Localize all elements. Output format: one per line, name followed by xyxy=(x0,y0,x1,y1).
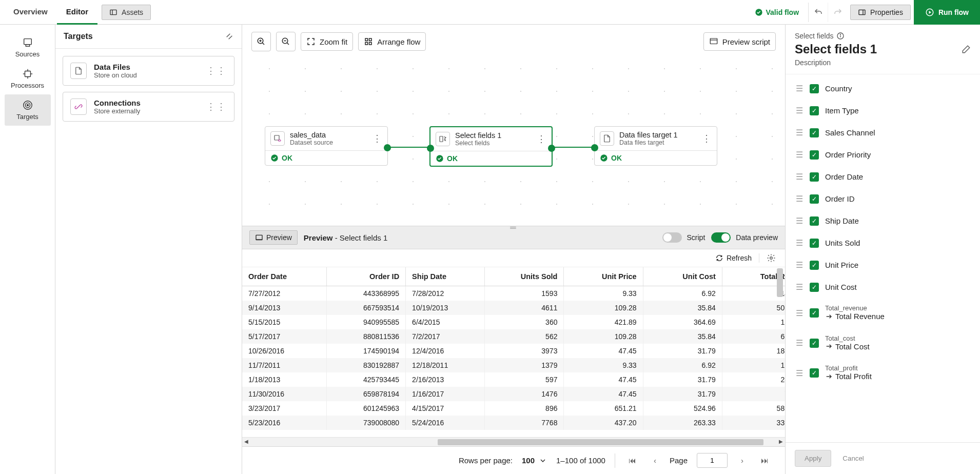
field-checkbox[interactable]: ✓ xyxy=(810,239,819,248)
drag-handle-icon[interactable]: ⋮⋮ xyxy=(206,101,227,112)
table-header[interactable]: Unit Price xyxy=(564,267,643,286)
drag-handle-icon[interactable]: ☰ xyxy=(796,238,803,248)
drag-handle-icon[interactable]: ☰ xyxy=(796,368,803,378)
preview-script-button[interactable]: Preview script xyxy=(703,32,776,51)
table-row[interactable]: 7/27/20124433689957/28/201215939.336.921… xyxy=(242,286,785,301)
settings-button[interactable] xyxy=(759,253,776,263)
drag-handle-icon[interactable]: ☰ xyxy=(796,282,803,292)
table-row[interactable]: 5/23/20167390080805/24/20167768437.20263… xyxy=(242,416,785,430)
drag-handle-icon[interactable]: ☰ xyxy=(796,106,803,115)
horizontal-scrollbar[interactable]: ◀▶ xyxy=(242,437,785,446)
table-header[interactable]: Total Revenue xyxy=(722,267,785,286)
field-row[interactable]: ☰✓Units Sold xyxy=(794,234,972,252)
node-menu-button[interactable]: ⋮ xyxy=(702,133,712,144)
zoom-in-button[interactable] xyxy=(251,32,271,51)
target-card-connections[interactable]: Connections Store externally ⋮⋮ xyxy=(63,92,234,122)
field-row[interactable]: ☰✓Ship Date xyxy=(794,212,972,230)
tab-overview[interactable]: Overview xyxy=(4,0,57,25)
field-checkbox[interactable]: ✓ xyxy=(810,194,819,204)
flow-canvas[interactable]: sales_data Dataset source ⋮ OK Select fi… xyxy=(251,57,776,226)
page-number-input[interactable] xyxy=(697,453,728,468)
tab-editor[interactable]: Editor xyxy=(57,0,97,25)
node-input-port[interactable] xyxy=(427,145,434,152)
field-row[interactable]: ☰✓Order Date xyxy=(794,168,972,186)
collapse-panel-button[interactable] xyxy=(225,32,233,41)
table-header[interactable]: Order ID xyxy=(326,267,405,286)
node-output-port[interactable] xyxy=(548,145,555,152)
data-preview-toggle[interactable] xyxy=(711,232,731,243)
table-row[interactable]: 5/17/20178808115367/2/2017562109.2835.84… xyxy=(242,329,785,344)
field-row[interactable]: ☰✓Order Priority xyxy=(794,146,972,164)
field-checkbox[interactable]: ✓ xyxy=(810,339,819,348)
table-header[interactable]: Ship Date xyxy=(406,267,485,286)
table-row[interactable]: 11/7/201183019288712/18/201113799.336.92… xyxy=(242,358,785,372)
flow-node-select-fields[interactable]: Select fields 1 Select fields ⋮ OK xyxy=(429,126,553,167)
table-row[interactable]: 5/15/20159409955856/4/2015360421.89364.6… xyxy=(242,315,785,329)
drag-handle-icon[interactable]: ☰ xyxy=(796,128,803,137)
rows-per-page-select[interactable]: 100 xyxy=(522,456,547,465)
field-checkbox[interactable]: ✓ xyxy=(810,128,819,137)
arrange-flow-button[interactable]: Arrange flow xyxy=(358,32,426,51)
table-row[interactable]: 9/14/201366759351410/19/20134611109.2835… xyxy=(242,301,785,315)
field-row[interactable]: ☰✓Total_profit Total Profit xyxy=(794,360,972,386)
apply-button[interactable]: Apply xyxy=(795,450,831,467)
drag-handle-icon[interactable]: ☰ xyxy=(796,216,803,226)
field-row[interactable]: ☰✓Unit Cost xyxy=(794,278,972,296)
drag-handle-icon[interactable]: ☰ xyxy=(796,84,803,93)
nav-sources[interactable]: Sources xyxy=(5,32,51,63)
table-header[interactable]: Unit Cost xyxy=(643,267,722,286)
flow-node-data-files-target[interactable]: Data files target 1 Data files target ⋮ … xyxy=(594,126,717,166)
field-row[interactable]: ☰✓Total_revenue Total Revenue xyxy=(794,300,972,326)
run-flow-button[interactable]: Run flow xyxy=(914,0,980,25)
nav-processors[interactable]: Processors xyxy=(5,63,51,94)
flow-node-sales-data[interactable]: sales_data Dataset source ⋮ OK xyxy=(265,126,388,166)
field-checkbox[interactable]: ✓ xyxy=(810,261,819,270)
drag-handle-icon[interactable]: ☰ xyxy=(796,150,803,160)
cancel-button[interactable]: Cancel xyxy=(836,450,870,467)
field-checkbox[interactable]: ✓ xyxy=(810,106,819,115)
drag-handle-icon[interactable]: ☰ xyxy=(796,260,803,270)
field-row[interactable]: ☰✓Order ID xyxy=(794,190,972,208)
first-page-button[interactable]: ⏮ xyxy=(624,453,640,468)
field-checkbox[interactable]: ✓ xyxy=(810,308,819,318)
undo-button[interactable] xyxy=(808,3,828,22)
rename-button[interactable] xyxy=(962,45,971,54)
table-row[interactable]: 10/26/201617459019412/4/2016397347.4531.… xyxy=(242,344,785,358)
field-row[interactable]: ☰✓Country xyxy=(794,80,972,97)
drag-handle-icon[interactable]: ⋮⋮ xyxy=(206,65,227,76)
drag-handle-icon[interactable]: ☰ xyxy=(796,194,803,204)
node-output-port[interactable] xyxy=(384,144,391,151)
field-checkbox[interactable]: ✓ xyxy=(810,150,819,160)
refresh-button[interactable]: Refresh xyxy=(715,254,752,262)
field-checkbox[interactable]: ✓ xyxy=(810,368,819,378)
last-page-button[interactable]: ⏭ xyxy=(757,453,773,468)
table-row[interactable]: 1/18/20134257934452/16/201359747.4531.79… xyxy=(242,372,785,387)
field-row[interactable]: ☰✓Unit Price xyxy=(794,256,972,274)
field-checkbox[interactable]: ✓ xyxy=(810,84,819,93)
properties-button[interactable]: Properties xyxy=(850,5,911,20)
drag-handle-icon[interactable]: ☰ xyxy=(796,308,803,318)
table-header[interactable]: Order Date xyxy=(242,267,326,286)
drag-handle-icon[interactable]: ☰ xyxy=(796,172,803,182)
field-row[interactable]: ☰✓Total_cost Total Cost xyxy=(794,330,972,357)
table-row[interactable]: 11/30/20166598781941/16/2017147647.4531.… xyxy=(242,387,785,401)
node-input-port[interactable] xyxy=(591,144,598,151)
nav-targets[interactable]: Targets xyxy=(5,94,51,126)
script-toggle[interactable] xyxy=(662,232,682,243)
field-checkbox[interactable]: ✓ xyxy=(810,283,819,292)
zoom-out-button[interactable] xyxy=(276,32,296,51)
assets-button[interactable]: Assets xyxy=(102,5,151,20)
redo-button[interactable] xyxy=(828,3,847,22)
table-header[interactable]: Units Sold xyxy=(485,267,564,286)
field-checkbox[interactable]: ✓ xyxy=(810,216,819,226)
table-row[interactable]: 3/23/20176012459634/15/2017896651.21524.… xyxy=(242,401,785,416)
field-row[interactable]: ☰✓Sales Channel xyxy=(794,124,972,142)
node-menu-button[interactable]: ⋮ xyxy=(373,133,382,144)
zoom-fit-button[interactable]: Zoom fit xyxy=(301,32,353,51)
vertical-scrollbar[interactable] xyxy=(777,267,784,437)
info-icon[interactable] xyxy=(836,32,845,40)
field-row[interactable]: ☰✓Item Type xyxy=(794,102,972,120)
field-checkbox[interactable]: ✓ xyxy=(810,172,819,182)
preview-toggle-button[interactable]: Preview xyxy=(249,230,298,245)
data-table-wrapper[interactable]: Order DateOrder IDShip DateUnits SoldUni… xyxy=(242,267,785,437)
